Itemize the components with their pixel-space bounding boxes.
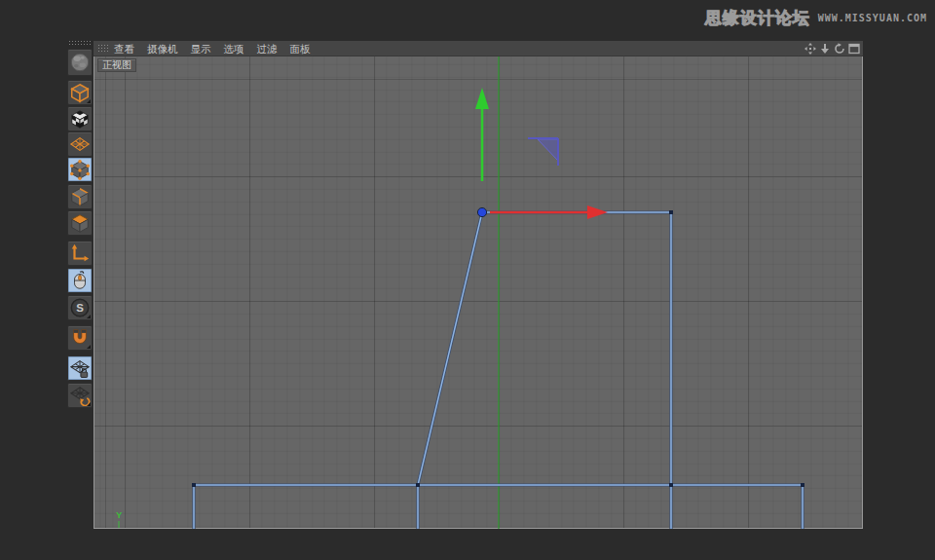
points-mode-button[interactable] — [67, 157, 93, 182]
workplane-mode-button[interactable] — [67, 131, 93, 157]
zoom-icon — [819, 43, 831, 55]
viewport-label[interactable]: 正视图 — [97, 58, 136, 72]
z-plane-handle[interactable] — [528, 138, 558, 166]
menu-view[interactable]: 查看 — [114, 41, 134, 56]
cube-edges-icon — [69, 186, 91, 207]
menubar-grip[interactable] — [97, 44, 108, 53]
rotate-icon — [834, 43, 845, 55]
axis-mode-button[interactable] — [67, 241, 93, 266]
snap-settings-button[interactable] — [67, 325, 93, 351]
polygons-mode-button[interactable] — [67, 210, 93, 236]
rotate-view-button[interactable] — [834, 43, 845, 55]
view-controls — [804, 42, 860, 56]
svg-text:S: S — [76, 302, 84, 314]
menu-camera[interactable]: 摄像机 — [147, 41, 178, 56]
make-editable-button[interactable] — [67, 49, 93, 76]
magnet-icon — [69, 327, 91, 349]
pan-icon — [804, 43, 816, 55]
menu-options[interactable]: 选项 — [224, 41, 244, 56]
scene-canvas: Y — [94, 56, 864, 529]
grid-lock-icon — [69, 357, 91, 379]
viewport-front-view[interactable]: 正视图 — [94, 56, 863, 529]
x-axis-handle[interactable] — [490, 205, 608, 219]
sphere-icon — [69, 52, 91, 73]
toggle-view-icon — [848, 43, 860, 55]
cube-face-icon — [69, 212, 91, 234]
toggle-view-button[interactable] — [848, 43, 860, 55]
axis-indicator-y-label: Y — [116, 509, 123, 520]
snap-toggle-button[interactable]: S — [67, 295, 93, 320]
watermark-site-name: 思缘设计论坛 — [705, 7, 810, 29]
menu-filter[interactable]: 过滤 — [257, 41, 278, 56]
selected-point[interactable] — [477, 207, 486, 216]
viewport-menubar: 查看 摄像机 显示 选项 过滤 面板 — [94, 41, 863, 56]
workplane-align-button[interactable] — [67, 383, 93, 408]
cube-points-icon — [69, 159, 91, 180]
pan-view-button[interactable] — [804, 43, 816, 55]
checkered-cube-icon — [69, 108, 91, 130]
cube-outline-icon — [69, 82, 91, 103]
edges-mode-button[interactable] — [67, 184, 93, 209]
y-axis-handle[interactable] — [475, 88, 489, 181]
watermark: 思缘设计论坛 WWW.MISSYUAN.COM — [705, 7, 927, 29]
model-mode-button[interactable] — [67, 80, 93, 105]
menu-display[interactable]: 显示 — [191, 41, 211, 56]
axis-l-icon — [69, 243, 91, 264]
grid-plane-icon — [69, 133, 91, 155]
tweak-mode-button[interactable] — [67, 268, 93, 293]
zoom-view-button[interactable] — [819, 43, 831, 55]
menu-panel[interactable]: 面板 — [290, 41, 311, 56]
mouse-icon — [69, 270, 91, 291]
texture-mode-button[interactable] — [67, 106, 93, 131]
s-circle-icon: S — [69, 297, 91, 318]
toolbar-grip[interactable] — [68, 40, 92, 47]
workplane-lock-button[interactable] — [67, 355, 93, 381]
watermark-site-url: WWW.MISSYUAN.COM — [818, 13, 927, 23]
grid-rotate-icon — [69, 385, 91, 406]
